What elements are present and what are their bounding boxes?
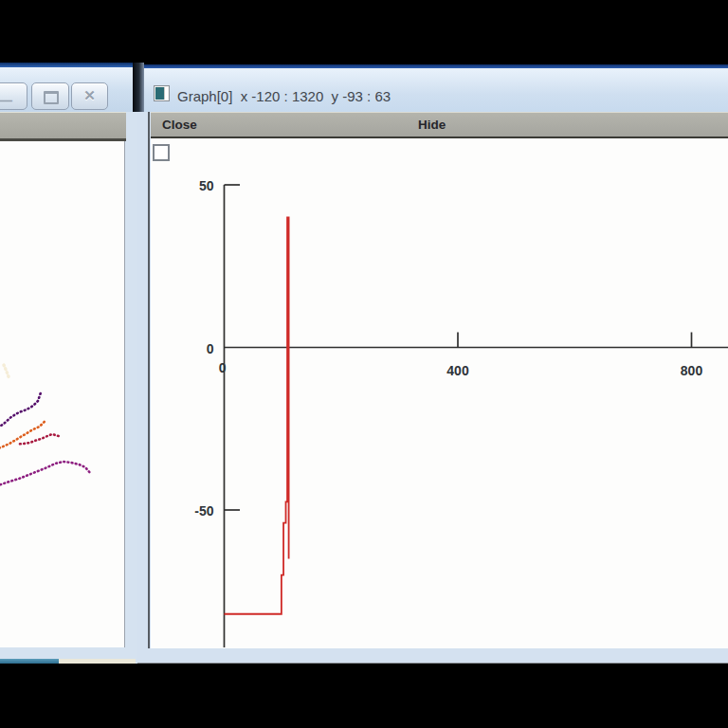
close-button[interactable]: ✕ <box>71 82 108 110</box>
neuron-trace-faint-yellow <box>4 365 9 379</box>
maximize-button[interactable] <box>31 82 69 110</box>
graph-icon-scrollbar <box>164 87 168 100</box>
background-window-strip-teal <box>0 659 59 664</box>
window-seam-shadow <box>133 63 144 112</box>
axis-tick-label: -50 <box>161 503 214 519</box>
neuron-trace-magenta <box>0 462 89 485</box>
window-title: Graph[0] x -120 : 1320 y -93 : 63 <box>177 88 391 104</box>
shape-plot-canvas[interactable] <box>0 141 125 647</box>
graph-drag-box[interactable] <box>153 144 170 161</box>
close-icon: ✕ <box>83 87 96 103</box>
shape-plot-window: — ✕ <box>0 63 138 664</box>
graph-window: Graph[0] x -120 : 1320 y -93 : 63 Close … <box>137 64 728 664</box>
neuron-trace-violet <box>0 393 41 428</box>
shape-window-titlebar[interactable]: — ✕ <box>0 67 137 112</box>
minimize-button[interactable]: — <box>0 82 27 110</box>
voltage-trace <box>225 217 289 613</box>
graph-window-titlebar[interactable]: Graph[0] x -120 : 1320 y -93 : 63 <box>137 68 728 112</box>
neuron-trace-orange <box>0 422 45 448</box>
axis-tick-label: 0 <box>173 360 227 375</box>
graph-window-icon <box>154 85 170 101</box>
menu-item-hide[interactable]: Hide <box>418 118 446 132</box>
menu-item-close[interactable]: Close <box>162 118 197 132</box>
graph-canvas[interactable]: 500-500400800 <box>151 138 728 648</box>
graph-axes-svg <box>151 138 728 648</box>
background-window-strip-cream <box>59 659 136 664</box>
axis-tick-label: 0 <box>161 341 214 356</box>
shape-window-menubar[interactable] <box>0 112 126 141</box>
axis-tick-label: 50 <box>161 178 214 193</box>
graph-window-menubar: Close Hide <box>151 112 728 138</box>
neuron-morphology-svg <box>0 141 124 647</box>
minimize-icon: — <box>0 92 12 108</box>
axis-tick-label: 800 <box>664 363 720 378</box>
window-inner-border <box>148 112 150 648</box>
maximize-icon <box>44 91 59 104</box>
axis-tick-label: 400 <box>429 363 486 378</box>
